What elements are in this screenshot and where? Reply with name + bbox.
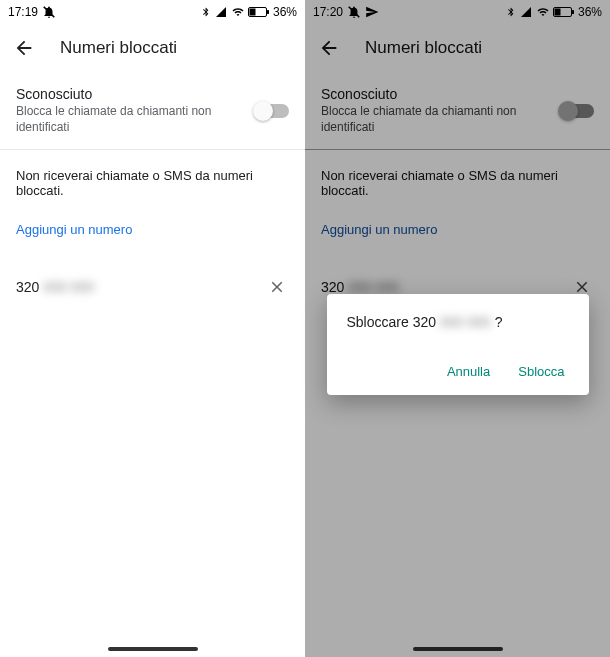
remove-number-button[interactable] <box>265 275 289 299</box>
status-time: 17:19 <box>8 5 38 19</box>
modal-overlay[interactable]: Sbloccare 320 000 000 ? Annulla Sblocca <box>305 0 610 657</box>
unknown-caller-setting[interactable]: Sconosciuto Blocca le chiamate da chiama… <box>0 72 305 150</box>
app-bar: Numeri bloccati <box>0 24 305 72</box>
blocked-number: 320 000 000 <box>16 279 94 295</box>
bluetooth-icon <box>201 6 211 18</box>
status-bar: 17:19 36% <box>0 0 305 24</box>
screen-right: 17:20 36% Numeri bloccati Sconosciuto Bl… <box>305 0 610 657</box>
screen-left: 17:19 36% Numeri bloccati Sconosciuto Bl… <box>0 0 305 657</box>
unknown-title: Sconosciuto <box>16 86 243 102</box>
unblock-button[interactable]: Sblocca <box>514 358 568 385</box>
wifi-icon <box>231 6 245 18</box>
unknown-toggle[interactable] <box>255 104 289 118</box>
battery-icon <box>248 6 270 18</box>
info-text: Non riceverai chiamate o SMS da numeri b… <box>0 150 305 222</box>
svg-rect-1 <box>249 9 255 16</box>
nav-handle[interactable] <box>108 647 198 651</box>
blocked-number-row: 320 000 000 <box>0 261 305 313</box>
back-button[interactable] <box>12 36 36 60</box>
unblock-dialog: Sbloccare 320 000 000 ? Annulla Sblocca <box>327 294 589 395</box>
cancel-button[interactable]: Annulla <box>443 358 494 385</box>
battery-percent: 36% <box>273 5 297 19</box>
add-number-link[interactable]: Aggiungi un numero <box>0 222 305 261</box>
dialog-message: Sbloccare 320 000 000 ? <box>347 314 569 330</box>
unknown-subtitle: Blocca le chiamate da chiamanti non iden… <box>16 104 243 135</box>
page-title: Numeri bloccati <box>60 38 177 58</box>
svg-rect-2 <box>267 10 269 14</box>
signal-icon <box>214 6 228 18</box>
dnd-icon <box>42 5 56 19</box>
